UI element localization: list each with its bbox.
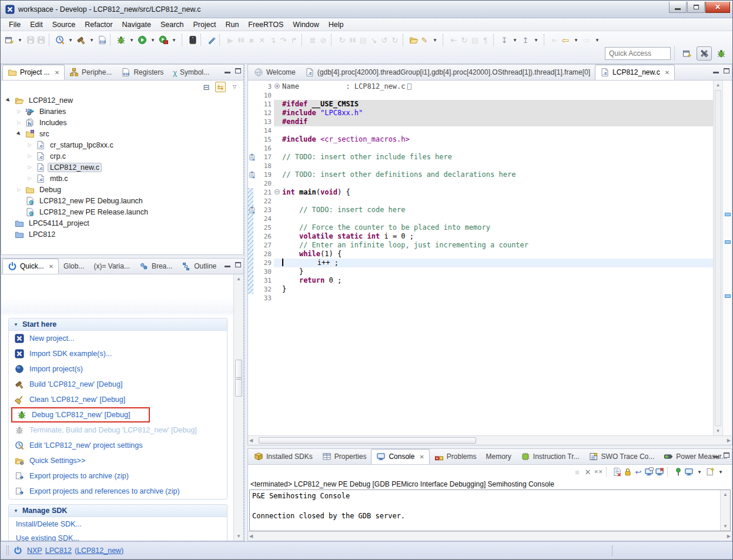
open-perspective-button[interactable] [680,46,695,61]
explorer-tab[interactable]: χSymbol... [168,65,214,80]
display-console-button[interactable] [684,465,694,478]
code-line-18[interactable]: 18 [248,162,713,170]
close-tab-icon[interactable]: ✕ [49,263,53,270]
last-edit-button[interactable]: ⇤ [448,33,459,46]
code-text[interactable] [282,162,713,170]
code-line-21[interactable]: 21−int main(void) { [248,188,713,197]
code-line-33[interactable]: 33 [248,294,713,303]
drop-frame-button[interactable]: ▤ [358,33,369,46]
display-console-dropdown[interactable]: ▾ [694,465,705,478]
restart-button[interactable]: ↻ [337,33,347,46]
code-line-23[interactable]: 23 // TODO: insert code here [248,206,713,214]
resume-button[interactable]: ▶ [225,33,236,46]
remove-launch-button[interactable]: ✕ [583,465,593,478]
tree-expander-icon[interactable]: ▶ [4,96,14,105]
quickstart-link-clean-lcp812-new-debug-[interactable]: Clean 'LCP812_new' [Debug] [9,392,227,407]
maximize-view-button[interactable] [235,262,241,267]
prev-annotation-dropdown[interactable]: ▾ [531,33,541,46]
step-fwd-button[interactable]: ↘ [369,33,379,46]
step-over-button[interactable]: ↷ [278,33,289,46]
quickstart-link-import-project-s-[interactable]: Import project(s) [9,361,227,377]
code-text[interactable] [282,197,713,206]
status-link--lcp812-new-[interactable]: (LCP812_new) [75,546,123,555]
tree-item-lpc812[interactable]: LPC812 [1,229,243,240]
new-wizard-button[interactable] [4,33,15,46]
terminate-console-button[interactable]: ■ [572,465,583,478]
status-drag-handle[interactable] [6,546,9,555]
code-line-31[interactable]: 31 return 0 ; [248,276,713,285]
tree-item-lcp812-new-c[interactable]: ▷LCP812_new.c [1,162,243,173]
code-line-29[interactable]: 29 i++ ; [248,259,713,267]
quickstart-link-import-sdk-example-s-[interactable]: Import SDK example(s)... [9,346,227,361]
status-link-lpc812[interactable]: LPC812 [45,546,72,555]
code-text[interactable]: i++ ; [282,259,713,267]
code-line-13[interactable]: 13#endif [248,118,713,126]
tree-expander-icon[interactable]: ▷ [26,165,34,170]
section-header[interactable]: ▼Manage SDK [9,505,227,517]
tree-expander-icon[interactable]: ▶ [15,129,24,139]
code-text[interactable] [282,144,713,153]
code-text[interactable]: while(1) { [282,250,713,259]
tree-item-lcp812-new-pe-release-launch[interactable]: LCP812_new PE Release.launch [1,206,243,217]
overview-task-marker[interactable] [725,294,731,298]
section-header[interactable]: ▼Start here [9,318,227,331]
terminate-button[interactable]: ■ [246,33,257,46]
step-back-button[interactable]: ↺ [379,33,390,46]
code-text[interactable]: // Enter an infinite loop, just incremen… [282,241,713,250]
refresh-button[interactable]: ↻ [390,33,400,46]
hammer-dropdown[interactable]: ▾ [86,33,97,46]
scroll-thumb[interactable] [235,360,242,397]
save-button[interactable] [25,33,36,46]
step-return-button[interactable]: ↱ [289,33,299,46]
program-flash-button[interactable] [188,33,198,46]
code-line-27[interactable]: 27 // Enter an infinite loop, just incre… [248,241,713,250]
mark-occurrences-button[interactable]: ✎ [419,33,430,46]
code-text[interactable]: return 0 ; [282,276,713,285]
code-text[interactable] [282,294,713,303]
code-line-22[interactable]: 22 [248,197,713,206]
console-tab[interactable]: Instruction Tr... [516,449,584,464]
project-clock-dropdown[interactable]: ▾ [65,33,76,46]
editor-tab[interactable]: LCP812_new.c✕ [595,65,675,80]
console-tab[interactable]: Properties [317,449,371,464]
quickstart-link-build-lcp812-new-debug-[interactable]: Build 'LCP812_new' [Debug] [9,377,227,392]
disconnect-button[interactable]: ✕ [257,33,267,46]
console-hscrollbar[interactable]: ◀ ▶ [248,531,732,541]
code-text[interactable]: Name : LCP812_new.c [282,82,713,91]
overview-task-marker[interactable] [725,213,731,216]
code-editor[interactable]: 3+Name : LCP812_new.c1011#ifdef __USE_CM… [248,81,713,435]
scroll-right-arrow[interactable]: ▶ [727,436,731,445]
code-line-14[interactable]: 14 [248,126,713,135]
refresh-file-button[interactable]: ↻ [459,33,470,46]
quickstart-tab[interactable]: Brea... [135,259,177,274]
suspend-button[interactable]: ▮▮ [236,33,246,46]
menu-source[interactable]: Source [48,19,81,30]
code-line-28[interactable]: 28 while(1) { [248,250,713,259]
new-wizard-dropdown[interactable]: ▾ [15,33,25,46]
forward-button[interactable]: ⇨ [581,33,592,46]
remove-all-button[interactable]: ✕✕ [593,465,604,478]
menu-window[interactable]: Window [288,19,323,30]
quickstart-link-use-existing-sdk-[interactable]: Use existing SDK... [9,531,227,541]
code-line-17[interactable]: 17// TODO: insert other include files he… [248,153,713,162]
code-line-16[interactable]: 16 [248,144,713,153]
quickstart-tab[interactable]: Glob... [59,259,89,274]
link-with-editor-button[interactable]: ⇆ [215,82,226,92]
pilcrow-button[interactable]: ¶ [480,33,491,46]
tree-item-binaries[interactable]: ▷Binaries [1,106,243,117]
pencil-slash-button[interactable] [206,33,217,46]
close-button[interactable]: ✕ [705,2,730,13]
restore-button[interactable] [687,2,705,13]
close-tab-icon[interactable]: ✕ [55,69,59,76]
run-attach-button[interactable] [158,33,169,46]
quickstart-link-export-projects-and-references-to-archiv[interactable]: Export projects and references to archiv… [9,484,227,499]
quickstart-tab[interactable]: Quick...✕ [2,259,59,274]
code-text[interactable]: } [282,285,713,294]
quickstart-link-edit-lcp812-new-project-settings[interactable]: Edit 'LCP812_new' project settings [9,438,227,453]
tree-item-mtb-c[interactable]: ▷mtb.c [1,173,243,184]
code-line-24[interactable]: 24 [248,214,713,223]
tree-item-src[interactable]: ▶src [1,128,243,139]
prev-annotation-button[interactable]: ↥ [520,33,531,46]
scroll-left-arrow[interactable]: ◀ [249,436,253,445]
scroll-down-arrow[interactable]: ▼ [716,427,721,435]
